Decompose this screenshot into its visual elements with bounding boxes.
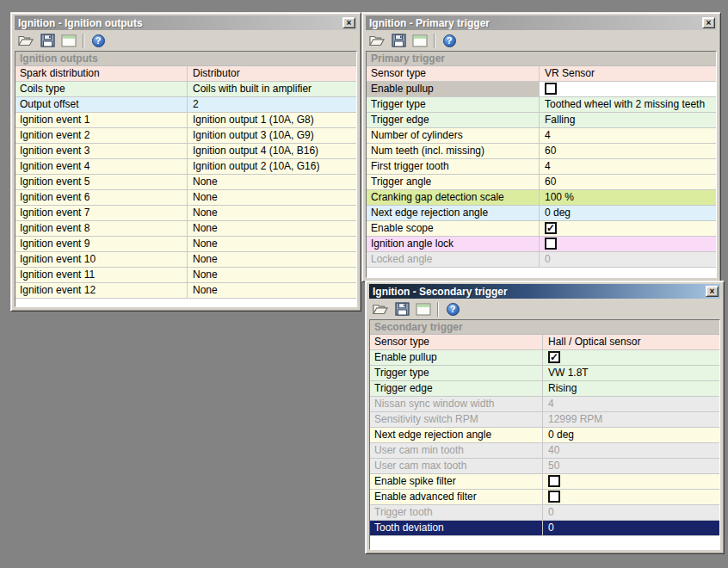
setting-value[interactable]: None bbox=[188, 206, 356, 220]
setting-row[interactable]: Trigger edgeFalling bbox=[367, 113, 716, 128]
setting-value[interactable]: 4 bbox=[540, 128, 716, 143]
setting-row[interactable]: Ignition event 5None bbox=[15, 175, 356, 190]
checkbox-unchecked[interactable] bbox=[545, 83, 557, 95]
setting-row[interactable]: Ignition event 7None bbox=[15, 206, 356, 221]
setting-row[interactable]: Ignition event 12None bbox=[15, 283, 356, 299]
setting-row[interactable]: User cam min tooth40 bbox=[370, 443, 719, 459]
new-window-button[interactable] bbox=[410, 32, 429, 49]
setting-value[interactable]: 100 % bbox=[540, 190, 716, 205]
setting-value[interactable]: Toothed wheel with 2 missing teeth bbox=[540, 97, 716, 112]
setting-value[interactable]: 0 bbox=[543, 521, 719, 535]
setting-row[interactable]: Ignition event 6None bbox=[15, 190, 356, 206]
setting-value[interactable]: None bbox=[188, 283, 356, 298]
setting-value[interactable]: 0 deg bbox=[543, 428, 719, 442]
setting-row[interactable]: Sensitivity switch RPM12999 RPM bbox=[370, 412, 719, 428]
setting-row[interactable]: Tooth deviation0 bbox=[370, 521, 719, 536]
setting-row[interactable]: Trigger typeVW 1.8T bbox=[370, 366, 719, 381]
setting-row[interactable]: Ignition angle lock bbox=[367, 237, 716, 252]
checkbox-unchecked[interactable] bbox=[545, 238, 557, 250]
setting-row[interactable]: Ignition event 1Ignition output 1 (10A, … bbox=[15, 113, 356, 128]
setting-row[interactable]: Nissan sync window width4 bbox=[370, 397, 719, 412]
setting-row[interactable]: Enable advanced filter bbox=[370, 490, 719, 505]
setting-value[interactable]: 60 bbox=[540, 175, 716, 189]
setting-value[interactable]: Rising bbox=[543, 381, 719, 396]
setting-row[interactable]: Spark distributionDistributor bbox=[15, 66, 356, 82]
setting-value[interactable]: None bbox=[188, 221, 356, 236]
save-file-button[interactable] bbox=[38, 32, 57, 49]
setting-row[interactable]: Ignition event 10None bbox=[15, 252, 356, 268]
setting-row[interactable]: Sensor typeHall / Optical sensor bbox=[370, 335, 719, 350]
new-window-button[interactable] bbox=[414, 300, 433, 318]
setting-value[interactable]: 0 bbox=[540, 252, 716, 267]
setting-value[interactable]: Ignition output 3 (10A, G9) bbox=[188, 128, 356, 143]
setting-row[interactable]: Next edge rejection angle0 deg bbox=[370, 428, 719, 443]
setting-value[interactable]: 40 bbox=[543, 443, 719, 458]
setting-row[interactable]: Trigger edgeRising bbox=[370, 381, 719, 397]
checkbox-unchecked[interactable] bbox=[548, 491, 560, 503]
setting-row[interactable]: First trigger tooth4 bbox=[367, 159, 716, 175]
setting-value[interactable]: None bbox=[188, 175, 356, 189]
setting-row[interactable]: Enable spike filter bbox=[370, 474, 719, 490]
setting-row[interactable]: Next edge rejection angle0 deg bbox=[367, 206, 716, 221]
close-button[interactable]: × bbox=[702, 17, 715, 28]
open-file-button[interactable] bbox=[367, 32, 386, 49]
checkbox-unchecked[interactable] bbox=[548, 475, 560, 487]
setting-row[interactable]: Ignition event 3Ignition output 4 (10A, … bbox=[15, 144, 356, 159]
setting-row[interactable]: Coils typeCoils with built in amplifier bbox=[15, 82, 356, 97]
setting-row[interactable]: Ignition event 8None bbox=[15, 221, 356, 237]
setting-row[interactable]: Locked angle0 bbox=[367, 252, 716, 268]
setting-row[interactable]: Trigger tooth0 bbox=[370, 505, 719, 521]
setting-value[interactable]: Coils with built in amplifier bbox=[188, 82, 356, 96]
setting-row[interactable]: Enable pullup✓ bbox=[370, 350, 719, 366]
setting-value[interactable]: VW 1.8T bbox=[543, 366, 719, 380]
titlebar[interactable]: Ignition - Primary trigger × bbox=[366, 15, 717, 30]
help-button[interactable]: ? bbox=[440, 32, 459, 49]
setting-value[interactable]: Ignition output 1 (10A, G8) bbox=[188, 113, 356, 127]
setting-row[interactable]: Sensor typeVR Sensor bbox=[367, 66, 716, 82]
setting-value[interactable]: None bbox=[188, 268, 356, 282]
setting-value[interactable]: VR Sensor bbox=[540, 66, 716, 81]
setting-value[interactable]: Distributor bbox=[188, 66, 356, 81]
setting-row[interactable]: Trigger typeToothed wheel with 2 missing… bbox=[367, 97, 716, 113]
setting-value[interactable]: Falling bbox=[540, 113, 716, 127]
setting-row[interactable]: Trigger angle60 bbox=[367, 175, 716, 190]
setting-row[interactable]: Ignition event 11None bbox=[15, 268, 356, 283]
setting-value[interactable]: None bbox=[188, 190, 356, 205]
setting-value[interactable]: 4 bbox=[543, 397, 719, 411]
setting-row[interactable]: Ignition event 4Ignition output 2 (10A, … bbox=[15, 159, 356, 175]
setting-value[interactable]: Ignition output 2 (10A, G16) bbox=[188, 159, 356, 174]
close-button[interactable]: × bbox=[706, 286, 719, 297]
open-file-button[interactable] bbox=[16, 32, 35, 49]
save-file-button[interactable] bbox=[389, 32, 408, 49]
setting-row[interactable]: Number of cylinders4 bbox=[367, 128, 716, 144]
setting-row[interactable]: User cam max tooth50 bbox=[370, 459, 719, 474]
setting-value[interactable]: 50 bbox=[543, 459, 719, 473]
setting-value[interactable]: Hall / Optical sensor bbox=[543, 335, 719, 349]
setting-row[interactable]: Enable scope✓ bbox=[367, 221, 716, 237]
save-file-button[interactable] bbox=[392, 300, 411, 318]
close-button[interactable]: × bbox=[342, 17, 355, 28]
help-button[interactable]: ? bbox=[443, 300, 462, 318]
setting-value[interactable]: 60 bbox=[540, 144, 716, 158]
open-file-button[interactable] bbox=[371, 300, 390, 318]
new-window-button[interactable] bbox=[59, 32, 78, 49]
setting-row[interactable]: Ignition event 9None bbox=[15, 237, 356, 252]
setting-row[interactable]: Num teeth (incl. missing)60 bbox=[367, 144, 716, 159]
titlebar[interactable]: Ignition - Ignition outputs × bbox=[15, 15, 357, 30]
titlebar[interactable]: Ignition - Secondary trigger × bbox=[369, 284, 720, 299]
setting-row[interactable]: Output offset2 bbox=[15, 97, 356, 113]
setting-value[interactable]: None bbox=[188, 252, 356, 267]
checkbox-checked[interactable]: ✓ bbox=[548, 351, 560, 363]
setting-row[interactable]: Enable pullup bbox=[367, 82, 716, 97]
setting-value[interactable]: 2 bbox=[188, 97, 356, 112]
setting-row[interactable]: Ignition event 2Ignition output 3 (10A, … bbox=[15, 128, 356, 144]
setting-value[interactable]: None bbox=[188, 237, 356, 251]
help-button[interactable]: ? bbox=[89, 32, 108, 49]
setting-value[interactable]: 4 bbox=[540, 159, 716, 174]
setting-value[interactable]: 0 deg bbox=[540, 206, 716, 220]
setting-value[interactable]: 0 bbox=[543, 505, 719, 520]
setting-row[interactable]: Cranking gap detection scale100 % bbox=[367, 190, 716, 206]
setting-value[interactable]: Ignition output 4 (10A, B16) bbox=[188, 144, 356, 158]
checkbox-checked[interactable]: ✓ bbox=[545, 222, 557, 234]
setting-value[interactable]: 12999 RPM bbox=[543, 412, 719, 427]
